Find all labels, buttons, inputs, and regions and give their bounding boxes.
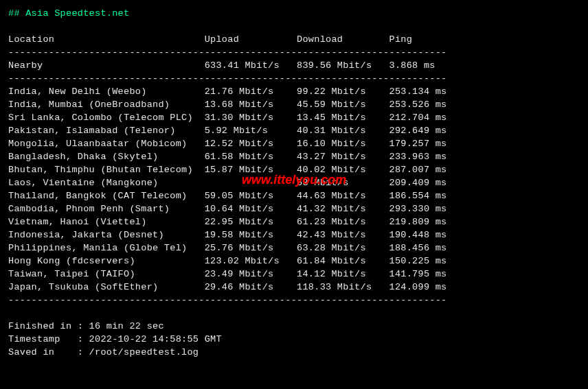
terminal-output: ## Asia Speedtest.net Location Upload Do… <box>0 0 588 366</box>
